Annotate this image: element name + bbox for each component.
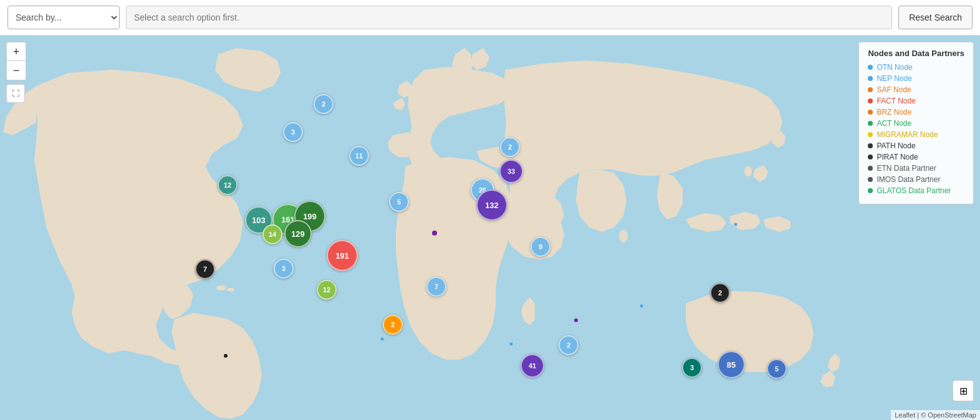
legend-item: NEP Node — [868, 74, 964, 83]
legend-label: OTN Node — [877, 63, 912, 72]
map-cluster[interactable]: 11 — [349, 146, 369, 166]
legend-item: OTN Node — [868, 63, 964, 72]
map-dot[interactable] — [510, 343, 513, 346]
map-cluster[interactable]: 2 — [559, 335, 579, 355]
legend-label: PATH Node — [877, 141, 915, 150]
zoom-out-button[interactable]: − — [7, 61, 26, 80]
map-cluster[interactable]: 2 — [383, 315, 403, 335]
world-map-svg — [0, 36, 980, 420]
legend-dot — [868, 76, 873, 81]
svg-point-1 — [216, 285, 226, 290]
legend-item: PIRAT Node — [868, 153, 964, 161]
legend-item: SAF Node — [868, 85, 964, 94]
legend-dot — [868, 166, 873, 171]
legend-label: SAF Node — [877, 85, 911, 94]
legend-label: MIGRAMAR Node — [877, 130, 938, 139]
legend-title: Nodes and Data Partners — [868, 49, 964, 58]
legend-label: PIRAT Node — [877, 153, 918, 161]
zoom-in-button[interactable]: + — [7, 42, 26, 61]
map-container: + − ⛶ Nodes and Data Partners OTN Node N… — [0, 36, 980, 420]
map-attribution: Leaflet | © OpenStreetMap — [891, 410, 980, 420]
map-cluster[interactable]: 5 — [389, 192, 409, 212]
legend-dot — [868, 98, 873, 103]
legend-label: IMOS Data Partner — [877, 175, 940, 184]
map-cluster[interactable]: 85 — [718, 351, 745, 378]
map-cluster[interactable]: 3 — [283, 122, 303, 142]
map-dot[interactable] — [574, 318, 578, 322]
toolbar: Search by...StationNetworkSpeciesProject… — [0, 0, 980, 36]
legend-item: GLATOS Data Partner — [868, 186, 964, 195]
map-dot[interactable] — [224, 354, 228, 358]
search-input[interactable] — [126, 6, 892, 29]
map-cluster[interactable]: 9 — [531, 237, 550, 257]
svg-point-3 — [619, 230, 628, 242]
reset-search-button[interactable]: Reset Search — [898, 6, 973, 29]
layer-control-button[interactable]: ⊞ — [953, 380, 974, 401]
legend-dot — [868, 143, 873, 148]
map-cluster[interactable]: 7 — [195, 259, 215, 279]
legend-item: FACT Node — [868, 97, 964, 105]
map-cluster[interactable]: 2 — [500, 137, 520, 157]
legend-dot — [868, 65, 873, 70]
map-cluster[interactable]: 3 — [274, 259, 294, 279]
legend-items: OTN Node NEP Node SAF Node FACT Node BRZ… — [868, 63, 964, 195]
legend-item: BRZ Node — [868, 108, 964, 117]
legend-label: NEP Node — [877, 74, 911, 83]
map-cluster[interactable]: 41 — [521, 354, 544, 378]
map-cluster[interactable]: 2 — [314, 94, 334, 114]
layers-icon: ⊞ — [959, 385, 968, 397]
map-cluster[interactable]: 33 — [499, 160, 523, 183]
legend-dot — [868, 188, 873, 193]
legend-item: IMOS Data Partner — [868, 175, 964, 184]
legend-label: GLATOS Data Partner — [877, 186, 951, 195]
legend-dot — [868, 121, 873, 126]
legend-item: ACT Node — [868, 119, 964, 128]
legend-label: FACT Node — [877, 97, 915, 105]
zoom-controls: + − — [6, 42, 26, 80]
map-cluster[interactable]: 7 — [426, 277, 446, 297]
legend-item: ETN Data Partner — [868, 164, 964, 173]
map-cluster[interactable]: 2 — [710, 283, 730, 303]
fullscreen-button[interactable]: ⛶ — [6, 84, 25, 103]
map-cluster[interactable]: 5 — [767, 359, 787, 379]
legend-label: ETN Data Partner — [877, 164, 936, 173]
legend-dot — [868, 155, 873, 160]
map-background[interactable]: + − ⛶ Nodes and Data Partners OTN Node N… — [0, 36, 980, 420]
map-dot[interactable] — [381, 338, 384, 341]
map-cluster[interactable]: 129 — [284, 220, 312, 247]
legend-dot — [868, 177, 873, 182]
map-cluster[interactable]: 3 — [682, 358, 702, 378]
map-dot[interactable] — [734, 223, 737, 226]
legend-item: MIGRAMAR Node — [868, 130, 964, 139]
legend-item: PATH Node — [868, 141, 964, 150]
legend-label: ACT Node — [877, 119, 911, 128]
legend-label: BRZ Node — [877, 108, 911, 117]
search-by-select[interactable]: Search by...StationNetworkSpeciesProject — [7, 6, 120, 29]
legend-dot — [868, 132, 873, 137]
fullscreen-icon: ⛶ — [12, 89, 19, 98]
legend-dot — [868, 87, 873, 92]
map-dot[interactable] — [432, 231, 437, 236]
attribution-text: Leaflet | © OpenStreetMap — [895, 411, 976, 419]
map-cluster[interactable]: 191 — [327, 240, 358, 271]
svg-point-2 — [227, 288, 234, 292]
map-cluster[interactable]: 12 — [317, 280, 337, 300]
map-dot[interactable] — [640, 305, 643, 308]
map-cluster[interactable]: 12 — [218, 175, 238, 195]
map-cluster[interactable]: 14 — [262, 224, 282, 244]
svg-point-4 — [744, 166, 752, 177]
legend-dot — [868, 110, 873, 115]
map-cluster[interactable]: 132 — [476, 189, 507, 221]
legend: Nodes and Data Partners OTN Node NEP Nod… — [858, 42, 974, 204]
